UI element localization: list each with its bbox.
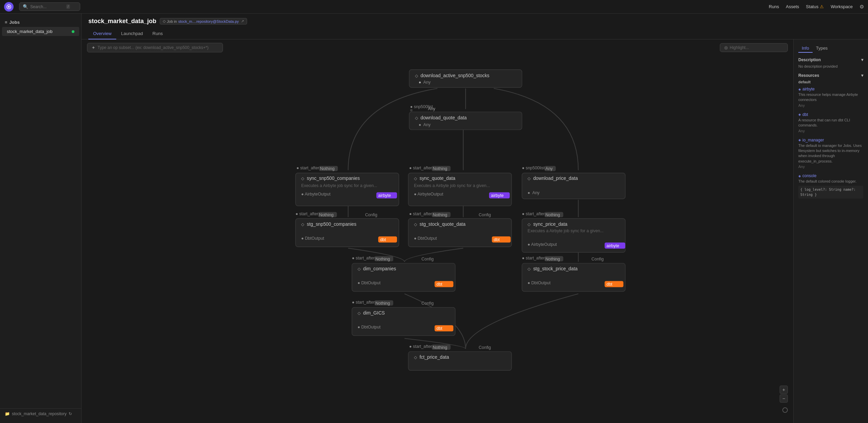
resource-airbyte-any: Any: [798, 103, 863, 107]
nav-runs[interactable]: Runs: [769, 4, 779, 9]
resources-header[interactable]: Resources ▾: [798, 73, 863, 78]
nav-workspace[interactable]: Workspace: [831, 4, 853, 9]
sidebar: ≡ Jobs stock_market_data_job 📁 stock_mar…: [0, 14, 82, 423]
svg-text:● snp500list: ● snp500list: [522, 166, 545, 170]
resource-dbt-any: Any: [798, 129, 863, 133]
sidebar-job-label: stock_market_data_job: [7, 29, 52, 34]
svg-text:● AirbyteOutput: ● AirbyteOutput: [527, 242, 557, 247]
panel-tab-types[interactable]: Types: [813, 44, 831, 53]
node-fct-price-data[interactable]: ● start_after Nothing Config ◇ fct_price…: [408, 344, 511, 370]
node-stg-stock-quote-data[interactable]: ● start_after Nothing Config ◇ stg_stock…: [408, 212, 511, 247]
tab-overview[interactable]: Overview: [88, 28, 116, 39]
node-download-price-data[interactable]: ● snp500list Any ◇ download_price_data ●…: [522, 166, 625, 199]
description-header[interactable]: Description ▾: [798, 57, 863, 62]
svg-text:stg_snp500_companies: stg_snp500_companies: [307, 221, 357, 227]
sidebar-section-jobs: ≡ Jobs: [0, 18, 81, 27]
svg-text:● DbtOutput: ● DbtOutput: [358, 325, 381, 329]
svg-text:◇: ◇: [301, 222, 305, 227]
svg-text:fct_price_data: fct_price_data: [419, 354, 449, 360]
svg-text:● AirbyteOutput: ● AirbyteOutput: [301, 192, 331, 197]
search-input[interactable]: [30, 4, 64, 9]
svg-text:◇: ◇: [301, 176, 305, 181]
right-panel: Info Types Description ▾ No description …: [793, 39, 868, 423]
tab-launchpad[interactable]: Launchpad: [116, 28, 147, 39]
node-sync-quote-data[interactable]: ● start_after Nothing ◇ sync_quote_data …: [408, 166, 511, 206]
resources-section: Resources ▾ default ◈ airbyte This resou…: [798, 73, 863, 199]
top-nav: 🔍 / Runs Assets Status ⚠ Workspace ⚙: [0, 0, 868, 14]
page-title: stock_market_data_job: [88, 18, 156, 25]
search-icon: 🔍: [23, 4, 28, 9]
zoom-out-button[interactable]: −: [780, 394, 788, 403]
graph-panel: ✦ Type an op subset... (ex: download_act…: [82, 39, 793, 423]
svg-text:Any: Any: [423, 80, 431, 85]
svg-text:● start_after: ● start_after: [522, 256, 545, 260]
default-label: default: [798, 80, 863, 84]
resource-io-manager-name: ◈ io_manager: [798, 138, 863, 142]
svg-text:● DbtOutput: ● DbtOutput: [358, 281, 381, 285]
node-sync-snp500-companies[interactable]: ● start_after Nothing ◇ sync_snp500_comp…: [296, 166, 399, 206]
resource-dbt-desc: A resource that can run dbt CLI commands…: [798, 118, 863, 128]
resource-console-desc: The default colored console logger.: [798, 179, 863, 184]
svg-rect-15: [409, 112, 522, 130]
highlight-input[interactable]: ◎ Highlight...: [720, 43, 788, 52]
zoom-controls: + −: [780, 386, 788, 403]
graph-svg: ◇ download_active_snp500_stocks ● Any ● …: [82, 56, 793, 423]
resources-label: Resources: [798, 73, 819, 78]
svg-text:● start_after: ● start_after: [522, 212, 545, 216]
svg-text:●: ●: [419, 80, 421, 85]
svg-text:Nothing: Nothing: [433, 345, 447, 350]
svg-text:Nothing: Nothing: [545, 213, 560, 217]
svg-text:●: ●: [419, 122, 421, 127]
tab-runs[interactable]: Runs: [148, 28, 168, 39]
svg-text:airbyte: airbyte: [491, 193, 504, 198]
svg-text:download_quote_data: download_quote_data: [420, 115, 467, 120]
node-dim-gics[interactable]: ● start_after Nothing Config ◇ dim_GICS …: [352, 300, 455, 336]
refresh-icon[interactable]: ↻: [69, 411, 72, 416]
job-file-link[interactable]: stock_m....repository@StockData.py: [178, 19, 239, 23]
resources-chevron: ▾: [861, 73, 863, 78]
svg-text:dim_companies: dim_companies: [363, 266, 396, 271]
resource-airbyte-label: airbyte: [802, 87, 815, 91]
panel-tabs: Info Types: [798, 44, 863, 53]
op-filter-icon: ✦: [91, 45, 96, 50]
resource-console-code: { log_level?: String name?: String }: [798, 186, 863, 199]
svg-text:airbyte: airbyte: [607, 243, 619, 248]
jobs-icon: ≡: [5, 20, 7, 25]
svg-text:◇: ◇: [358, 311, 361, 316]
node-stg-stock-price-data[interactable]: ● start_after Nothing Config ◇ stg_stock…: [522, 256, 625, 291]
zoom-in-button[interactable]: +: [780, 386, 788, 394]
graph-canvas[interactable]: ◇ download_active_snp500_stocks ● Any ● …: [82, 56, 793, 423]
external-link-icon[interactable]: ↗: [241, 19, 244, 23]
resource-airbyte: ◈ airbyte This resource helps manage Air…: [798, 87, 863, 107]
diamond-icon: ◇: [163, 19, 166, 23]
page-title-row: stock_market_data_job ◇ Job in stock_m..…: [88, 18, 861, 25]
svg-text:Config: Config: [479, 345, 491, 350]
nav-status[interactable]: Status ⚠: [806, 4, 824, 9]
sidebar-repo[interactable]: 📁 stock_market_data_repository ↻: [0, 408, 81, 419]
node-dim-companies[interactable]: ● start_after Nothing Config ◇ dim_compa…: [352, 256, 455, 291]
svg-text:sync_price_data: sync_price_data: [533, 221, 568, 227]
svg-rect-8: [409, 70, 522, 88]
svg-text:Config: Config: [365, 213, 377, 217]
sidebar-item-stock-market-job[interactable]: stock_market_data_job: [2, 27, 79, 36]
node-sync-price-data[interactable]: ● start_after Nothing ◇ sync_price_data …: [522, 212, 625, 252]
highlight-icon: ◎: [724, 45, 728, 50]
svg-text:● DbtOutput: ● DbtOutput: [301, 236, 324, 241]
svg-text:● DbtOutput: ● DbtOutput: [527, 281, 551, 285]
svg-text:airbyte: airbyte: [378, 193, 391, 198]
svg-text:● start_after: ● start_after: [352, 300, 375, 305]
node-download-active-snp500[interactable]: ◇ download_active_snp500_stocks ● Any: [409, 70, 522, 88]
svg-text:◇: ◇: [527, 222, 531, 227]
nav-assets[interactable]: Assets: [786, 4, 799, 9]
op-filter-input[interactable]: ✦ Type an op subset... (ex: download_act…: [87, 43, 223, 52]
svg-text:◇: ◇: [527, 176, 531, 181]
settings-icon[interactable]: ⚙: [860, 4, 864, 10]
panel-tab-info[interactable]: Info: [798, 44, 813, 53]
svg-text:◇: ◇: [414, 222, 417, 227]
repo-label: stock_market_data_repository: [12, 411, 67, 416]
svg-text:stg_stock_quote_data: stg_stock_quote_data: [419, 221, 465, 227]
node-stg-snp500-companies[interactable]: ● start_after Nothing Config ◇ stg_snp50…: [296, 212, 399, 247]
app-logo[interactable]: [4, 2, 14, 12]
global-search[interactable]: 🔍 /: [19, 2, 80, 11]
svg-text:Nothing: Nothing: [319, 213, 334, 217]
